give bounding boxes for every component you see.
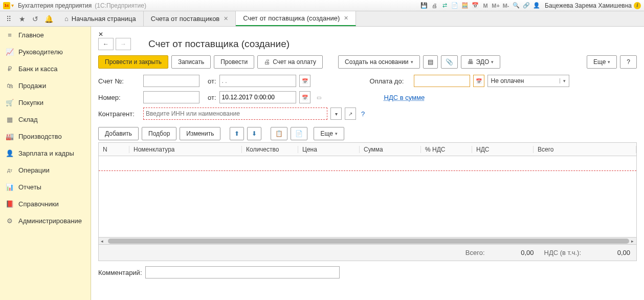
calendar-picker-icon[interactable]: 📅 (473, 75, 484, 87)
calculator-icon[interactable]: 🧮 (460, 2, 470, 10)
calendar-icon[interactable]: 📅 (471, 2, 480, 10)
col-total[interactable]: Всего (534, 146, 636, 153)
memory-m-button[interactable]: M (481, 2, 490, 10)
vat-mode-link[interactable]: НДС в сумме (384, 94, 425, 101)
sidebar-item-main[interactable]: ≡Главное (0, 27, 91, 44)
move-up-button[interactable]: ⬆ (230, 127, 244, 140)
sidebar-item-sales[interactable]: 🛍Продажи (0, 77, 91, 94)
nav-back-button[interactable]: ← (98, 38, 114, 50)
payment-date-input[interactable] (414, 75, 470, 87)
sidebar-item-operations[interactable]: ДтОперации (0, 162, 91, 179)
user-name[interactable]: Бацежева Зарема Хамишевна (545, 2, 632, 9)
sidebar-item-purchases[interactable]: 🛒Покупки (0, 94, 91, 111)
calendar-picker-icon[interactable]: 📅 (299, 91, 310, 103)
sidebar-item-bank[interactable]: ₽Банк и касса (0, 60, 91, 77)
scroll-right-icon[interactable]: ▸ (629, 239, 635, 244)
scroll-left-icon[interactable]: ◂ (99, 239, 105, 244)
tab-supplier-invoice-create[interactable]: Счет от поставщика (создание) ✕ (236, 11, 356, 26)
compare-icon[interactable]: ⇄ (440, 2, 449, 10)
open-picker-icon[interactable]: ↗ (345, 108, 356, 120)
sidebar-item-label: Операции (18, 166, 50, 174)
history-icon[interactable]: ↺ (29, 12, 42, 26)
col-nomenclature[interactable]: Номенклатура (129, 146, 242, 153)
document-date-input[interactable] (219, 91, 296, 103)
memory-mminus-button[interactable]: M- (501, 2, 510, 10)
col-quantity[interactable]: Количество (242, 146, 298, 153)
comment-input[interactable] (145, 266, 340, 278)
structure-button[interactable]: ▤ (423, 55, 438, 69)
account-number-label: Счет №: (98, 77, 140, 85)
dropdown-picker-icon[interactable]: ▾ (330, 108, 342, 120)
help-hint-icon[interactable]: ? (361, 110, 365, 118)
horizontal-scrollbar[interactable]: ◂ ▸ (99, 237, 636, 244)
sidebar-item-references[interactable]: 📕Справочники (0, 196, 91, 212)
save-icon[interactable]: 💾 (419, 2, 429, 10)
more-button[interactable]: Еще▾ (587, 55, 617, 69)
button-label: Счет на оплату (273, 58, 316, 66)
col-vat-pct[interactable]: % НДС (421, 146, 472, 153)
info-icon[interactable]: i (634, 2, 641, 9)
app-logo-icon: 1c (3, 2, 10, 9)
apps-grid-icon[interactable]: ⠿ (2, 12, 15, 26)
printer-icon: 🖨 (264, 58, 270, 66)
total-label: Всего: (465, 249, 485, 256)
add-row-button[interactable]: Добавить (98, 127, 139, 140)
account-date-input[interactable] (219, 75, 296, 87)
create-based-on-button[interactable]: Создать на основании▾ (338, 55, 420, 69)
sidebar-item-payroll[interactable]: 👤Зарплата и кадры (0, 145, 91, 162)
app-title: Бухгалтерия предприятия (18, 2, 92, 9)
tab-home[interactable]: ⌂ Начальная страница (57, 11, 144, 26)
tab-supplier-invoices[interactable]: Счета от поставщиков ✕ (144, 11, 236, 26)
attach-button[interactable]: 📎 (441, 55, 458, 69)
account-number-input[interactable] (143, 75, 199, 87)
app-menu-dropdown-icon[interactable]: ▾ (11, 3, 14, 8)
sidebar-item-warehouse[interactable]: ▦Склад (0, 111, 91, 128)
items-table: N Номенклатура Количество Цена Сумма % Н… (98, 142, 637, 245)
menu-icon: ≡ (5, 31, 14, 39)
col-price[interactable]: Цена (298, 146, 360, 153)
help-button[interactable]: ? (620, 55, 637, 69)
payment-status-select[interactable]: Не оплачен ▾ (487, 75, 569, 87)
sidebar-item-manager[interactable]: 📈Руководителю (0, 44, 91, 60)
post-and-close-button[interactable]: Провести и закрыть (98, 55, 168, 69)
search-icon[interactable]: 🔍 (512, 2, 521, 10)
table-body[interactable] (99, 156, 636, 237)
home-icon: ⌂ (64, 15, 69, 23)
notifications-bell-icon[interactable]: 🔔 (42, 12, 55, 26)
scroll-thumb[interactable] (108, 239, 629, 244)
nav-forward-button[interactable]: → (116, 38, 131, 50)
number-input[interactable] (143, 91, 199, 103)
col-n[interactable]: N (99, 146, 129, 153)
save-button[interactable]: Записать (171, 55, 211, 69)
table-header: N Номенклатура Количество Цена Сумма % Н… (99, 143, 636, 156)
link-icon[interactable]: 🔗 (522, 2, 531, 10)
close-tab-icon[interactable]: ✕ (224, 15, 228, 22)
favorites-star-icon[interactable]: ★ (15, 12, 29, 26)
sidebar-item-production[interactable]: 🏭Производство (0, 128, 91, 145)
sidebar-item-label: Зарплата и кадры (18, 149, 74, 157)
button-label: ЭДО (476, 58, 490, 66)
edo-button[interactable]: 🖶ЭДО▾ (461, 55, 501, 69)
post-button[interactable]: Провести (214, 55, 254, 69)
pick-button[interactable]: Подбор (142, 127, 176, 140)
document-icon[interactable]: 📄 (450, 2, 459, 10)
list-picker-icon[interactable]: ▭ (314, 91, 325, 103)
copy-button[interactable]: 📋 (271, 127, 287, 140)
edit-row-button[interactable]: Изменить (180, 127, 220, 140)
sidebar-item-reports[interactable]: 📊Отчеты (0, 179, 91, 196)
counterparty-input[interactable] (143, 108, 327, 120)
col-sum[interactable]: Сумма (360, 146, 421, 153)
print-icon[interactable]: 🖨 (430, 2, 439, 10)
calendar-picker-icon[interactable]: 📅 (299, 75, 310, 87)
col-vat[interactable]: НДС (472, 146, 534, 153)
paste-button[interactable]: 📄 (291, 127, 307, 140)
person-icon: 👤 (5, 149, 14, 157)
move-down-button[interactable]: ⬇ (247, 127, 261, 140)
memory-mplus-button[interactable]: M+ (491, 2, 500, 10)
table-more-button[interactable]: Еще▾ (314, 127, 344, 140)
close-tab-icon[interactable]: ✕ (344, 15, 348, 22)
close-page-icon[interactable]: ✕ (98, 31, 637, 38)
sidebar-item-admin[interactable]: ⚙Администрирование (0, 212, 91, 229)
print-invoice-button[interactable]: 🖨Счет на оплату (257, 55, 323, 69)
tabbar: ⠿ ★ ↺ 🔔 ⌂ Начальная страница Счета от по… (0, 11, 644, 27)
